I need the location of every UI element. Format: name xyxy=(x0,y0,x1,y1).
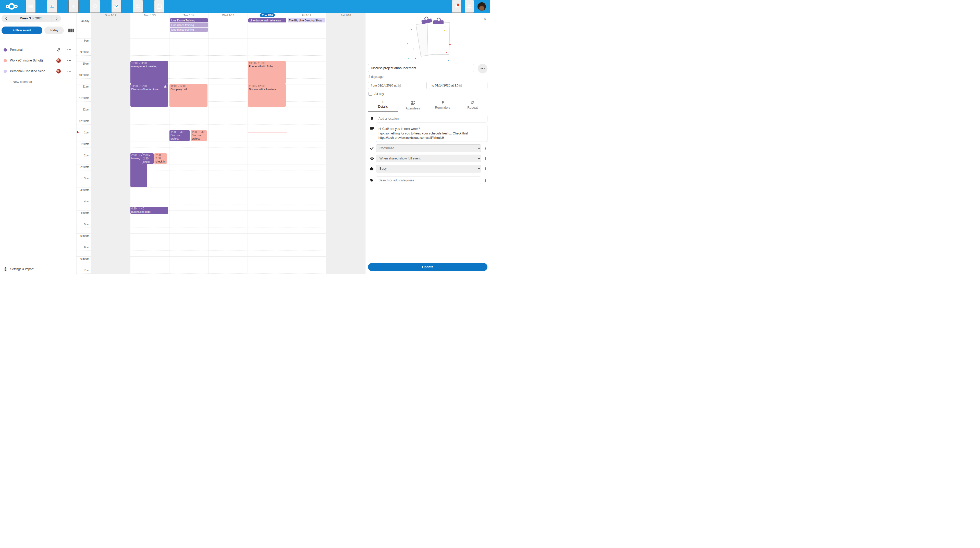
all-day-column[interactable] xyxy=(208,18,248,36)
today-button[interactable]: Today xyxy=(45,27,64,34)
categories-input[interactable] xyxy=(375,176,481,184)
topbar-right xyxy=(452,0,490,13)
contacts-app-people-icon[interactable] xyxy=(133,0,143,13)
all-day-event-chip[interactable]: Line dance training xyxy=(170,27,208,32)
day-header-fri[interactable]: Fri 1/17 xyxy=(287,13,326,17)
day-header-sun[interactable]: Sun 1/12 xyxy=(91,13,130,17)
event-card[interactable]: 4:20 - 4:40purchasing dept xyxy=(130,206,169,214)
end-datetime-field[interactable]: to 01/14/2020 at 1:30 PM xyxy=(429,82,487,89)
event-card[interactable]: 11:00 - 12:00Discuss office furniture xyxy=(248,84,286,106)
bell-icon xyxy=(441,100,445,105)
day-column[interactable]: 11:00 - 12:00Company call1:00 - 1:30Disc… xyxy=(169,36,208,274)
talk-app-talk-icon[interactable] xyxy=(90,0,100,13)
mail-app-mail-icon[interactable] xyxy=(111,0,121,13)
all-day-event-chip[interactable]: Line dance training xyxy=(170,23,208,27)
tab-reminders[interactable]: Reminders xyxy=(428,99,458,112)
all-day-column[interactable]: The Big Line Dancing Show xyxy=(287,18,326,36)
calendar-actions-icon[interactable] xyxy=(67,70,72,72)
calendar-list-item[interactable]: Work (Christine Schott) xyxy=(0,55,76,66)
next-week-button[interactable] xyxy=(52,15,61,22)
location-input[interactable] xyxy=(375,115,487,122)
event-card[interactable]: 2:00 - 2:30check-in xyxy=(154,153,167,164)
event-title-input[interactable] xyxy=(368,64,474,72)
tab-repeat[interactable]: Repeat xyxy=(458,99,487,112)
time-axis-label: 2pm xyxy=(76,154,89,157)
event-card[interactable]: 2:00 - 2:30check-in xyxy=(142,153,154,164)
event-card[interactable]: 10:00 - 11:00Phonecall with Abby xyxy=(248,61,286,84)
time-axis-label: 6pm xyxy=(76,246,89,249)
start-datetime-value: from 01/14/2020 at 1:00 PM xyxy=(371,84,398,87)
all-day-checkbox[interactable] xyxy=(369,92,372,96)
all-day-checkbox-label[interactable]: All day xyxy=(374,92,384,96)
day-column[interactable] xyxy=(208,36,248,274)
all-day-column[interactable]: Line Dance TrainingLine dance trainingLi… xyxy=(169,18,208,36)
all-day-event-chip[interactable]: The Big Line Dancing Show xyxy=(288,18,326,22)
all-day-column[interactable]: Line dance main rehearsal xyxy=(248,18,287,36)
files-app-folder-icon[interactable] xyxy=(25,0,36,13)
description-textarea[interactable]: Hi Carl! are you in next week? I got som… xyxy=(375,125,487,142)
all-day-column[interactable] xyxy=(91,18,130,36)
start-datetime-field[interactable]: from 01/14/2020 at 1:00 PM xyxy=(368,82,427,89)
visibility-select[interactable]: When shared show full event xyxy=(375,155,481,162)
freebusy-select[interactable]: Busy xyxy=(375,165,481,172)
update-button[interactable]: Update xyxy=(368,263,487,271)
view-mode-toggle[interactable] xyxy=(67,27,75,33)
day-header-wed[interactable]: Wed 1/15 xyxy=(208,13,248,17)
day-header-tue[interactable]: Tue 1/14 xyxy=(169,13,208,17)
last-modified-text: 2 days ago xyxy=(369,75,487,79)
contacts-menu-icon[interactable] xyxy=(465,0,474,13)
calendar-actions-icon[interactable] xyxy=(67,49,72,51)
notifications-bell-icon[interactable] xyxy=(452,0,461,13)
calendar-list-item[interactable]: Personal xyxy=(0,44,76,55)
calendar-actions-icon[interactable] xyxy=(67,59,72,62)
status-select[interactable]: Confirmed xyxy=(375,145,481,152)
status-info-icon[interactable]: i xyxy=(484,147,487,150)
day-header-sat[interactable]: Sat 1/18 xyxy=(326,13,365,17)
event-card[interactable]: 11:00 - 12:00Discuss office furniture xyxy=(130,84,169,106)
freebusy-info-icon[interactable]: i xyxy=(484,167,487,170)
event-card[interactable]: 1:00 - 1:30Discuss project xyxy=(191,130,207,141)
tab-attendees[interactable]: Attendees xyxy=(398,99,428,112)
all-day-event-chip[interactable]: Line Dance Training xyxy=(170,18,208,22)
day-header-row: Sun 1/12Mon 1/13Tue 1/14Wed 1/15Thu 1/16… xyxy=(76,13,365,18)
user-avatar[interactable] xyxy=(477,2,486,11)
app-menu xyxy=(20,0,170,13)
day-header-thu[interactable]: Thu 1/16 xyxy=(248,13,287,17)
day-column[interactable] xyxy=(287,36,326,274)
tab-details[interactable]: iDetails xyxy=(368,99,398,112)
day-header-mon[interactable]: Mon 1/13 xyxy=(130,13,169,17)
current-time-arrow-icon xyxy=(77,131,80,133)
new-calendar-button[interactable]: + New calendar + xyxy=(0,76,76,87)
previous-week-button[interactable] xyxy=(2,15,11,22)
event-card[interactable]: 11:00 - 12:00Company call xyxy=(169,84,207,106)
categories-info-icon[interactable]: i xyxy=(484,179,487,182)
new-event-button[interactable]: + New event xyxy=(2,27,42,34)
day-column[interactable]: 10:00 - 11:00management meeting11:00 - 1… xyxy=(130,36,169,274)
day-column[interactable] xyxy=(326,36,365,274)
event-card[interactable]: 10:00 - 11:00management meeting xyxy=(130,61,169,84)
activity-app-bolt-icon[interactable] xyxy=(68,0,79,13)
categories-tag-icon xyxy=(368,179,375,182)
visibility-eye-icon xyxy=(368,157,375,160)
all-day-column[interactable] xyxy=(326,18,365,36)
timezone-globe-icon[interactable] xyxy=(458,84,485,87)
share-link-icon[interactable] xyxy=(57,48,61,52)
event-card[interactable]: 1:00 - 1:30Discuss project announcement xyxy=(169,130,189,141)
timezone-globe-icon[interactable] xyxy=(398,84,425,87)
busy-briefcase-icon xyxy=(368,167,375,170)
settings-import-button[interactable]: Settings & import xyxy=(0,264,76,274)
photos-app-image-icon[interactable] xyxy=(47,0,57,13)
day-column[interactable]: 10:00 - 11:00Phonecall with Abby11:00 - … xyxy=(248,36,287,274)
calendar-list-item[interactable]: Personal (Christine Scho… xyxy=(0,66,76,76)
all-day-column[interactable] xyxy=(130,18,169,36)
nextcloud-logo-icon[interactable] xyxy=(3,0,20,13)
day-column[interactable] xyxy=(91,36,130,274)
time-axis-label: 12:30pm xyxy=(76,119,89,122)
event-actions-menu-button[interactable] xyxy=(478,64,487,73)
time-axis-label: 9:30am xyxy=(76,51,89,54)
calendar-app-calendar-icon[interactable] xyxy=(154,0,164,13)
time-axis-label: 5pm xyxy=(76,223,89,226)
all-day-event-chip[interactable]: Line dance main rehearsal xyxy=(248,18,286,22)
visibility-info-icon[interactable]: i xyxy=(484,157,487,160)
week-label[interactable]: Week 3 of 2020 xyxy=(11,15,52,22)
